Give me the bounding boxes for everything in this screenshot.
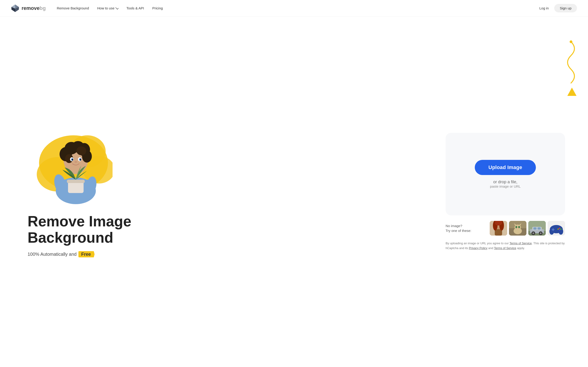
- svg-rect-65: [552, 229, 554, 230]
- nav-auth: Log in Sign up: [539, 4, 577, 12]
- sample-thumb-cat[interactable]: [509, 221, 527, 236]
- privacy-link[interactable]: Privacy Policy: [469, 246, 487, 250]
- navbar: removebg Remove Background How to use To…: [0, 0, 588, 17]
- main-content: Remove Image Background 100% Automatical…: [0, 17, 588, 367]
- left-side: Remove Image Background 100% Automatical…: [27, 126, 441, 257]
- signup-button[interactable]: Sign up: [554, 4, 577, 12]
- dropzone-card[interactable]: Upload Image or drop a file, paste image…: [446, 133, 565, 215]
- sample-thumb-gamepad[interactable]: [548, 221, 565, 236]
- sample-thumbnails: [474, 221, 565, 236]
- login-button[interactable]: Log in: [539, 6, 549, 10]
- hero-person-illustration: [41, 133, 110, 204]
- svg-point-27: [80, 159, 81, 161]
- nav-tools-api[interactable]: Tools & API: [126, 6, 144, 10]
- samples-label: No image? Try one of these:: [446, 223, 471, 233]
- svg-point-26: [72, 159, 73, 161]
- triangle-decoration: [567, 88, 577, 96]
- svg-point-46: [515, 226, 517, 228]
- upload-button[interactable]: Upload Image: [475, 160, 536, 175]
- svg-point-57: [532, 232, 534, 234]
- svg-point-69: [557, 228, 559, 230]
- svg-point-21: [77, 146, 86, 155]
- sample-thumb-woman[interactable]: [490, 221, 507, 236]
- logo-bg-text: bg: [40, 5, 46, 11]
- svg-point-58: [540, 232, 542, 234]
- hero-subtitle: 100% Automatically and Free: [27, 251, 441, 257]
- legal-text: By uploading an image or URL you agree t…: [446, 241, 565, 251]
- svg-marker-32: [567, 88, 577, 96]
- svg-point-28: [74, 161, 77, 163]
- deco-triangle-container: [567, 88, 577, 97]
- svg-point-68: [559, 229, 560, 231]
- samples-row: No image? Try one of these:: [446, 221, 565, 236]
- squiggle-decoration: [560, 40, 582, 85]
- paste-text: paste image or URL: [490, 184, 520, 188]
- sample-thumb-car[interactable]: [528, 221, 546, 236]
- logo-icon: [11, 4, 19, 12]
- drop-text: or drop a file, paste image or URL: [490, 180, 520, 188]
- chevron-down-icon: [115, 6, 119, 9]
- svg-point-48: [517, 228, 519, 229]
- free-badge: Free: [78, 251, 95, 257]
- right-side: Upload Image or drop a file, paste image…: [441, 133, 570, 251]
- svg-point-31: [570, 40, 572, 43]
- svg-point-47: [518, 226, 520, 228]
- logo-remove-text: remove: [22, 5, 40, 11]
- hero-title: Remove Image Background: [27, 213, 441, 246]
- nav-links: Remove Background How to use Tools & API…: [57, 6, 539, 10]
- nav-remove-background[interactable]: Remove Background: [57, 6, 89, 10]
- tos-link-1[interactable]: Terms of Service: [510, 242, 532, 245]
- deco-squiggle-container: [560, 40, 582, 86]
- svg-rect-53: [533, 227, 536, 230]
- svg-point-67: [560, 228, 562, 230]
- logo-link[interactable]: removebg: [11, 4, 46, 12]
- nav-how-to-use[interactable]: How to use: [97, 6, 118, 10]
- svg-point-66: [559, 227, 560, 229]
- svg-rect-30: [67, 180, 85, 183]
- svg-rect-54: [537, 227, 541, 230]
- tos-link-2[interactable]: Terms of Service: [494, 246, 516, 250]
- hero-image-container: [27, 131, 124, 204]
- nav-pricing[interactable]: Pricing: [152, 6, 163, 10]
